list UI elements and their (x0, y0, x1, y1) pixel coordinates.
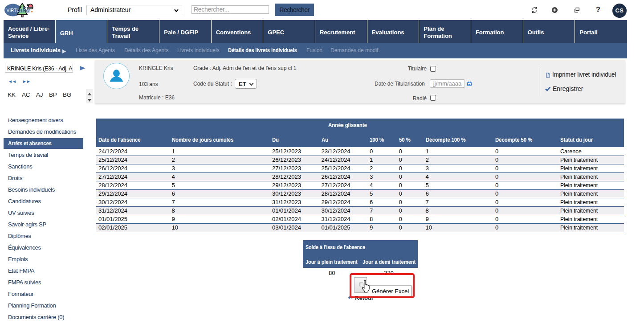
svg-text:VIRTU: VIRTU (7, 8, 20, 13)
